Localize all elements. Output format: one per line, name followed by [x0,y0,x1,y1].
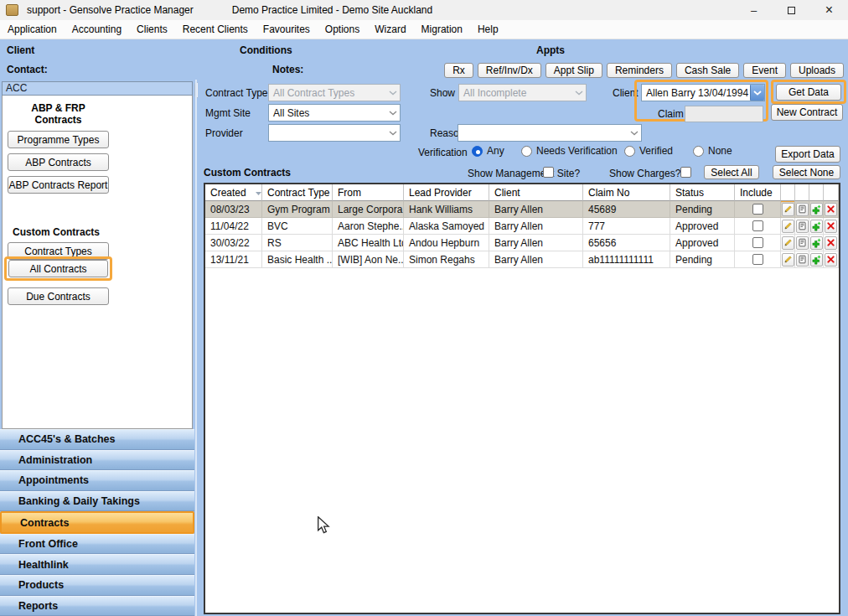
verification-option-any[interactable]: Any [472,145,504,157]
uploads-button[interactable]: Uploads [790,63,844,78]
edit-button[interactable] [782,203,794,216]
reason-combobox[interactable] [458,124,642,142]
menu-bar: Application Accounting Clients Recent Cl… [0,20,848,39]
claim-input[interactable] [685,106,763,122]
edit-button[interactable] [782,236,794,250]
include-checkbox[interactable] [752,237,763,248]
show-mgmt-site-label: Show Management Site? [468,168,580,179]
sidebar-item-administration[interactable]: Administration [0,450,194,471]
column-header-contract-type[interactable]: Contract Type [262,184,333,201]
radio-icon [521,146,532,157]
close-button[interactable]: × [810,0,848,20]
notes-button[interactable] [796,203,809,216]
sidebar-item-appointments[interactable]: Appointments [0,470,194,491]
edit-button[interactable] [782,220,794,233]
ref-inv-dx-button[interactable]: Ref/Inv/Dx [478,63,541,78]
sidebar-item-healthlink[interactable]: Healthlink [0,554,194,575]
delete-button[interactable] [825,203,837,216]
abp-frp-heading-line1: ABP & FRP [8,102,109,114]
column-header-lead-provider[interactable]: Lead Provider [404,184,489,201]
chevron-down-icon[interactable] [750,85,764,101]
edit-pencil-icon [783,238,793,247]
include-checkbox[interactable] [752,220,763,231]
edit-pencil-icon [783,221,793,230]
sidebar-item-acc45s-batches[interactable]: ACC45's & Batches [0,429,194,450]
edit-button[interactable] [782,253,794,267]
notes-button[interactable] [796,236,809,250]
verification-option-verified[interactable]: Verified [624,145,673,157]
menu-options[interactable]: Options [318,20,367,39]
programme-types-button[interactable]: Programme Types [8,131,109,148]
column-header-claim-no[interactable]: Claim No [583,184,670,201]
include-checkbox[interactable] [752,254,763,265]
sidebar-item-banking-daily-takings[interactable]: Banking & Daily Takings [0,491,194,512]
select-all-button[interactable]: Select All [704,165,759,179]
notes-button[interactable] [796,220,809,233]
all-contracts-button[interactable]: All Contracts [8,260,108,277]
new-contract-button[interactable]: New Contract [771,104,843,121]
provider-combobox[interactable] [268,124,401,142]
export-data-button[interactable]: Export Data [775,146,840,163]
add-button[interactable] [810,236,823,250]
column-header-created[interactable]: Created [205,184,262,201]
cash-sale-button[interactable]: Cash Sale [676,63,739,78]
menu-wizard[interactable]: Wizard [367,20,413,39]
abp-contracts-report-button[interactable]: ABP Contracts Report [8,176,109,194]
panel-divider [195,80,197,616]
column-header-from[interactable]: From [333,184,404,201]
maximize-button[interactable] [773,0,810,20]
rx-button[interactable]: Rx [444,63,473,78]
radio-icon [693,146,704,157]
contract-type-combobox[interactable]: All Contract Types [268,84,401,101]
appt-slip-button[interactable]: Appt Slip [546,63,602,78]
menu-migration[interactable]: Migration [414,20,470,39]
column-header-spacer [824,184,839,201]
column-header-status[interactable]: Status [670,184,735,201]
table-header-row: Created Contract Type From Lead Provider… [205,184,839,201]
chevron-down-icon [386,111,400,116]
add-button[interactable] [810,203,823,216]
minimize-button[interactable]: – [735,0,773,20]
verification-label: Verification [418,147,468,158]
add-button[interactable] [810,220,823,233]
event-button[interactable]: Event [743,63,786,78]
maximize-icon [788,7,795,14]
delete-button[interactable] [825,220,837,233]
sidebar-item-front-office[interactable]: Front Office [0,534,194,555]
menu-favourites[interactable]: Favourites [256,20,318,39]
notes-button[interactable] [796,253,809,267]
delete-button[interactable] [825,253,837,267]
menu-application[interactable]: Application [0,20,65,39]
mgmt-site-combobox[interactable]: All Sites [268,104,401,122]
due-contracts-button[interactable]: Due Contracts [8,287,109,305]
get-data-button[interactable]: Get Data [776,84,841,101]
show-charges-checkbox[interactable] [680,167,691,178]
menu-recent-clients[interactable]: Recent Clients [175,20,256,39]
filter-client-combobox[interactable]: Allen Barry 13/04/1994 [641,84,765,101]
sidebar-item-products[interactable]: Products [0,575,194,596]
menu-help[interactable]: Help [470,20,506,39]
delete-button[interactable] [825,236,837,250]
reminders-button[interactable]: Reminders [607,63,672,78]
column-header-include[interactable]: Include [735,184,781,201]
select-none-button[interactable]: Select None [773,165,840,179]
menu-accounting[interactable]: Accounting [65,20,129,39]
edit-pencil-icon [783,255,793,264]
show-mgmt-site-checkbox[interactable] [543,167,554,178]
verification-option-none[interactable]: None [693,145,732,157]
sidebar-item-reports[interactable]: Reports [0,596,194,616]
show-combobox[interactable]: All Incomplete [458,84,587,101]
close-icon: × [825,3,833,18]
menu-clients[interactable]: Clients [129,20,175,39]
add-button[interactable] [810,253,823,267]
verification-option-needs-verification[interactable]: Needs Verification [521,145,618,157]
column-header-client[interactable]: Client [489,184,583,201]
table-row[interactable]: 08/03/23 Gym Program Large Corpora... Ha… [205,201,839,218]
sidebar-item-contracts[interactable]: Contracts [0,511,194,534]
abp-contracts-button[interactable]: ABP Contracts [8,153,109,171]
add-plus-icon [811,221,821,231]
include-checkbox[interactable] [752,204,763,215]
table-row[interactable]: 13/11/21 Basic Health ... [WIB] Aon Ne..… [205,251,839,268]
table-row[interactable]: 30/03/22 RS ABC Health Ltd. Andou Hepbur… [205,235,839,251]
table-row[interactable]: 11/04/22 BVC Aaron Stephe... Alaska Samo… [205,218,839,235]
